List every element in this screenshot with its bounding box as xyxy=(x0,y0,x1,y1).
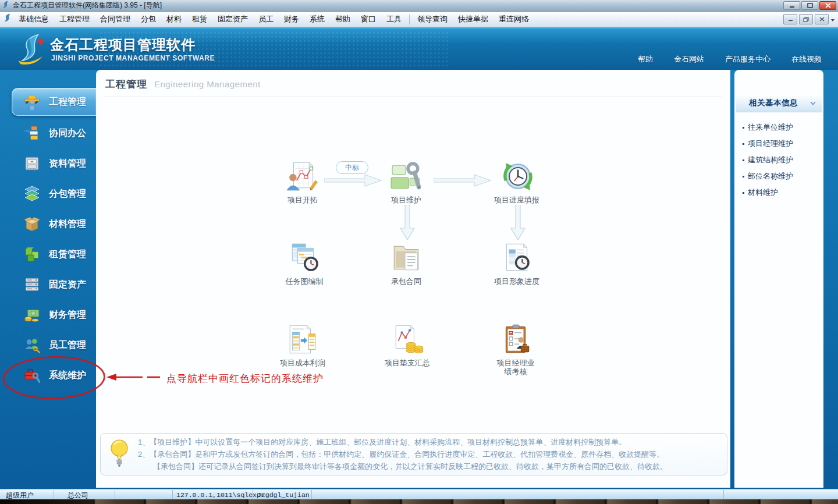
related-link-label: 项目经理维护 xyxy=(748,139,793,149)
sidebar-item-label: 资料管理 xyxy=(49,158,86,170)
flow-node-label: 项目垫支汇总 xyxy=(367,359,448,367)
menu-separator xyxy=(409,15,410,24)
header-link-help[interactable]: 帮助 xyxy=(638,54,653,65)
task-chart-icon xyxy=(288,242,321,274)
sidebar-item-lease[interactable]: 租赁管理 xyxy=(0,239,96,269)
window-maximize-button[interactable] xyxy=(801,1,818,10)
sidebar-item-subcontract[interactable]: 分包管理 xyxy=(0,179,96,209)
sidebar-item-finance[interactable]: 财务管理 xyxy=(0,300,96,330)
flow-node-label: 项目形象进度 xyxy=(476,277,558,286)
sidebar-item-staff[interactable]: 员工管理 xyxy=(0,330,96,360)
menu-item-reconnect-network[interactable]: 重连网络 xyxy=(493,12,534,26)
related-link-label: 往来单位维护 xyxy=(748,122,793,133)
menu-item-subcontract[interactable]: 分包 xyxy=(136,12,161,26)
window-title: 金石工程项目管理软件(网络集团版) 3.95 - [导航] xyxy=(13,1,782,10)
menu-item-leader-query[interactable]: 领导查询 xyxy=(412,12,453,26)
sidebar-item-materials[interactable]: 材料管理 xyxy=(0,209,96,239)
sidebar-item-label: 材料管理 xyxy=(49,218,86,230)
status-database: Jzgdgl_tujian xyxy=(257,491,310,499)
chevron-down-icon xyxy=(810,101,816,105)
child-close-button[interactable] xyxy=(815,14,829,24)
brand-header: 金石工程项目管理软件 JINSHI PROJECT MANAGEMENT SOF… xyxy=(0,27,838,70)
child-restore-button[interactable] xyxy=(799,14,813,24)
flow-node-cost-profit[interactable]: 项目成本利润 xyxy=(262,324,343,367)
sidebar-nav: 工程管理 协同办公 资料管理 xyxy=(0,70,96,489)
header-link-online-video[interactable]: 在线视频 xyxy=(791,54,822,65)
start-button[interactable] xyxy=(0,499,93,504)
menu-item-window[interactable]: 窗口 xyxy=(356,12,381,26)
sidebar-item-documents[interactable]: 资料管理 xyxy=(0,148,96,179)
related-info-header[interactable]: 相关基本信息 xyxy=(736,94,822,112)
flow-node-manager-assessment[interactable]: 项目经理业绩考核 xyxy=(475,324,556,376)
jinshi-logo-icon xyxy=(15,32,48,68)
tip-line: 【承包合同】还可记录从合同签订到决算到最终审计等各项金额的变化，并以之计算实时反… xyxy=(138,460,667,473)
flow-node-contract[interactable]: 承包合同 xyxy=(365,242,447,286)
menu-item-fixed-assets[interactable]: 固定资产 xyxy=(212,12,253,26)
flow-node-label: 任务图编制 xyxy=(264,277,345,286)
menu-item-material[interactable]: 材料 xyxy=(161,12,187,26)
engineering-icon xyxy=(23,93,41,111)
status-server: 127.0.0.1,1011\sqlexpr xyxy=(176,491,265,499)
flow-node-progress-report[interactable]: 项目进度填报 xyxy=(476,161,558,204)
collaboration-icon xyxy=(23,125,41,142)
toolbar-overflow-icon[interactable] xyxy=(831,14,835,24)
taskbar-window-buttons[interactable] xyxy=(93,499,838,504)
staff-icon xyxy=(23,336,41,354)
menu-item-system[interactable]: 系统 xyxy=(304,12,330,26)
flow-node-visual-progress[interactable]: 项目形象进度 xyxy=(476,242,558,286)
menu-item-lease[interactable]: 租赁 xyxy=(187,12,212,26)
annotation-text: 点导航栏中画红色标记的系统维护 xyxy=(166,372,324,385)
related-link-material-maintenance[interactable]: 材料维护 xyxy=(743,187,778,198)
flow-node-label: 承包合同 xyxy=(365,277,447,286)
header-link-service-center[interactable]: 产品服务中心 xyxy=(725,54,770,65)
header-link-website[interactable]: 金石网站 xyxy=(674,54,704,65)
flow-node-label: 项目维护 xyxy=(365,196,447,204)
tips-panel: 1、【项目维护】中可以设置每一个项目的对应库房、施工班组、部位及进度计划、材料采… xyxy=(100,433,727,475)
menu-item-engineering[interactable]: 工程管理 xyxy=(54,12,95,26)
flow-node-task-chart[interactable]: 任务图编制 xyxy=(264,242,345,286)
red-arrow-icon xyxy=(106,372,165,382)
window-minimize-button[interactable] xyxy=(783,1,800,10)
related-link-project-manager-maintenance[interactable]: 项目经理维护 xyxy=(743,139,793,149)
flow-badge-win-bid: 中标 xyxy=(336,161,368,174)
related-link-part-name-maintenance[interactable]: 部位名称维护 xyxy=(743,171,793,182)
windows-taskbar[interactable] xyxy=(0,499,838,504)
flow-node-project-maintenance[interactable]: 项目维护 xyxy=(365,161,447,204)
sidebar-item-collaboration[interactable]: 协同办公 xyxy=(0,118,96,148)
sidebar-item-fixed-assets[interactable]: 固定资产 xyxy=(0,269,96,300)
system-maintenance-icon xyxy=(23,367,41,384)
page-title: 工程管理 xyxy=(105,77,147,91)
menu-item-quick-voucher[interactable]: 快捷单据 xyxy=(453,12,493,26)
menu-item-basic-info[interactable]: 基础信息 xyxy=(13,12,54,26)
menu-item-help[interactable]: 帮助 xyxy=(330,12,356,26)
bullet-icon xyxy=(743,143,744,145)
bullet-icon xyxy=(743,127,744,129)
content-panel: 工程管理 Engineering Management xyxy=(96,70,730,488)
related-link-counterparty-maintenance[interactable]: 往来单位维护 xyxy=(743,122,793,133)
sidebar-item-label: 财务管理 xyxy=(49,309,86,321)
sidebar-item-label: 工程管理 xyxy=(49,96,86,108)
flow-node-label: 项目成本利润 xyxy=(262,359,343,367)
tip-line: 1、【项目维护】中可以设置每一个项目的对应库房、施工班组、部位及进度计划、材料采… xyxy=(138,436,667,448)
sidebar-item-system-maintenance[interactable]: 系统维护 xyxy=(0,360,96,391)
flow-node-label: 项目经理业绩考核 xyxy=(495,359,537,376)
manager-assessment-icon xyxy=(499,324,532,355)
project-maintenance-icon xyxy=(390,161,422,192)
menu-item-finance[interactable]: 财务 xyxy=(279,12,304,26)
cost-profit-icon xyxy=(286,324,319,355)
menu-app-icon xyxy=(3,13,12,25)
menu-item-staff[interactable]: 员工 xyxy=(253,12,279,26)
related-info-title: 相关基本信息 xyxy=(749,98,798,108)
fixed-assets-icon xyxy=(23,276,41,293)
menu-item-contract[interactable]: 合同管理 xyxy=(95,12,136,26)
sidebar-item-label: 协同办公 xyxy=(49,127,86,140)
menu-item-tools[interactable]: 工具 xyxy=(381,12,407,26)
progress-report-icon xyxy=(500,161,533,192)
visual-progress-icon xyxy=(500,242,533,274)
tip-line: 2、【承包合同】是和甲方或发包方签订的合同，包括：甲供材约定、履约保证金、合同执… xyxy=(138,448,667,460)
flow-node-advance-summary[interactable]: 项目垫支汇总 xyxy=(367,324,448,367)
related-link-structure-maintenance[interactable]: 建筑结构维护 xyxy=(743,155,793,165)
window-close-button[interactable] xyxy=(819,1,836,10)
child-minimize-button[interactable] xyxy=(783,14,797,24)
sidebar-item-engineering[interactable]: 工程管理 xyxy=(0,87,96,117)
